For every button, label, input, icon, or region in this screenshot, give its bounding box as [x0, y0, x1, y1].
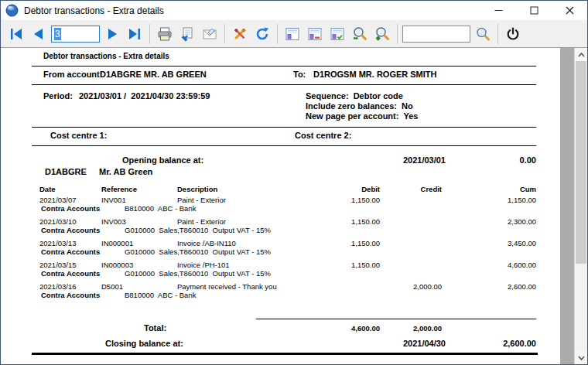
sequence-label: Sequence:: [306, 91, 349, 101]
zoom-out-button[interactable]: [350, 24, 370, 44]
window-controls: [480, 1, 587, 20]
toolbar-separator: [149, 24, 150, 44]
zoom-in-icon: [374, 26, 391, 43]
first-page-button[interactable]: [6, 24, 26, 44]
last-page-button[interactable]: [125, 24, 145, 44]
settings-button[interactable]: [230, 24, 250, 44]
tx-debit: 1,150.00: [310, 239, 380, 247]
scrollbar-thumb[interactable]: [576, 61, 586, 264]
chevron-down-icon: [578, 356, 585, 360]
divider: [32, 84, 536, 85]
contra-value: G010000 Sales,T860010 Output VAT - 15%: [125, 247, 271, 256]
total-credit: 2,000.00: [372, 324, 442, 333]
tx-date: 2021/03/15: [39, 261, 77, 269]
from-account-label: From account:: [43, 70, 102, 79]
contra-row: Contra Accounts B810000 ABC - Bank: [1, 291, 573, 300]
app-icon: [5, 4, 19, 17]
zoom-in-button[interactable]: [372, 24, 392, 44]
title-bar: Debtor transactions - Extra details: [1, 1, 587, 20]
from-account-value: D1ABGRE MR. AB GREEN: [100, 70, 207, 79]
period-label: Period:: [43, 91, 73, 101]
divider: [32, 66, 536, 67]
include-zero-value: No: [402, 101, 413, 111]
tx-description: Paint - Exterior: [177, 196, 226, 204]
export-button[interactable]: [177, 24, 197, 44]
search-input[interactable]: [402, 26, 470, 43]
contra-label: Contra Accounts: [41, 247, 100, 256]
tx-date: 2021/03/16: [39, 282, 77, 291]
tx-description: Payment received - Thank you: [177, 282, 277, 291]
tx-date: 2021/03/10: [39, 217, 77, 226]
tx-credit: 2,000.00: [372, 282, 442, 291]
tx-date: 2021/03/07: [39, 196, 77, 204]
page-layout-3-icon: [329, 26, 346, 43]
tx-debit: 1,150.00: [310, 217, 380, 226]
close-icon: [566, 6, 574, 15]
email-icon: [201, 26, 218, 43]
contra-row: Contra Accounts G010000 Sales,T860010 Ou…: [1, 247, 573, 257]
close-button[interactable]: [552, 1, 587, 20]
to-account-value: D1ROGSM MR. ROGER SMITH: [313, 70, 437, 79]
tx-cum: 2,300.00: [465, 217, 536, 226]
contra-row: Contra Accounts G010000 Sales,T860010 Ou…: [1, 226, 573, 235]
total-debit: 4,600.00: [310, 324, 380, 333]
next-page-icon: [104, 26, 120, 42]
vertical-scrollbar[interactable]: [574, 48, 587, 364]
option-include-zero: Include zero balances: No: [306, 101, 413, 111]
cost-centre-2-label: Cost centre 2:: [295, 131, 351, 140]
toolbar-separator: [277, 24, 278, 44]
minimize-icon: [494, 6, 503, 15]
search-button[interactable]: [473, 24, 493, 44]
contra-label: Contra Accounts: [41, 291, 100, 299]
contra-row: Contra Accounts B810000 ABC - Bank: [1, 204, 573, 213]
tx-debit: 1,150.00: [310, 261, 380, 269]
report-page: Debtor transactions - Extra details From…: [1, 48, 587, 364]
email-button[interactable]: [200, 24, 220, 44]
tx-description: Invoice /AB-IN110: [177, 239, 236, 247]
tx-cum: 2,600.00: [465, 282, 536, 291]
include-zero-label: Include zero balances:: [306, 101, 397, 111]
tx-reference: IN000003: [101, 261, 133, 269]
last-page-icon: [127, 26, 142, 42]
contra-label: Contra Accounts: [41, 269, 100, 278]
opening-balance-date: 2021/03/01: [368, 155, 446, 165]
option-sequence: Sequence: Debtor code: [306, 91, 403, 101]
scroll-up-button[interactable]: [575, 48, 587, 61]
page-layout-1-button[interactable]: [282, 24, 303, 44]
previous-page-button[interactable]: [29, 24, 49, 44]
next-page-button[interactable]: [102, 24, 122, 44]
contra-value: G010000 Sales,T860010 Output VAT - 15%: [125, 269, 271, 278]
tx-cum: 4,600.00: [465, 261, 536, 269]
tx-description: Invoice /PH-101: [177, 261, 230, 269]
refresh-button[interactable]: [252, 24, 272, 44]
tx-cum: 3,450.00: [465, 239, 536, 247]
total-divider: [256, 319, 536, 319]
tx-debit: 1,150.00: [310, 196, 380, 204]
col-description: Description: [177, 185, 217, 193]
page-layout-3-button[interactable]: [327, 24, 347, 44]
minimize-button[interactable]: [480, 1, 516, 20]
toolbar-separator: [224, 24, 225, 44]
closing-balance-amount: 2,600.00: [465, 339, 536, 348]
contra-value: B810000 ABC - Bank: [125, 204, 196, 213]
scroll-down-button[interactable]: [575, 351, 587, 364]
col-date: Date: [39, 185, 56, 193]
page-layout-2-button[interactable]: [305, 24, 325, 44]
tx-date: 2021/03/13: [39, 239, 77, 247]
table-header-row: Date Reference Description Debit Credit …: [1, 185, 573, 194]
page-number-input[interactable]: 3: [51, 26, 100, 43]
cost-centre-1-label: Cost centre 1:: [50, 131, 107, 140]
contra-label: Contra Accounts: [41, 204, 100, 213]
maximize-button[interactable]: [516, 1, 552, 20]
print-button[interactable]: [155, 24, 175, 44]
col-credit: Credit: [372, 185, 442, 193]
divider: [32, 145, 536, 146]
report-preview-window: Debtor transactions - Extra details 3: [0, 0, 588, 365]
option-new-page: New page per account: Yes: [306, 111, 418, 121]
col-cum: Cum: [465, 185, 536, 193]
refresh-icon: [254, 26, 271, 43]
report-title: Debtor transactions - Extra details: [43, 52, 169, 60]
opening-balance-label: Opening balance at:: [122, 155, 203, 165]
tx-reference: INV001: [101, 196, 126, 204]
exit-button[interactable]: [503, 24, 523, 44]
